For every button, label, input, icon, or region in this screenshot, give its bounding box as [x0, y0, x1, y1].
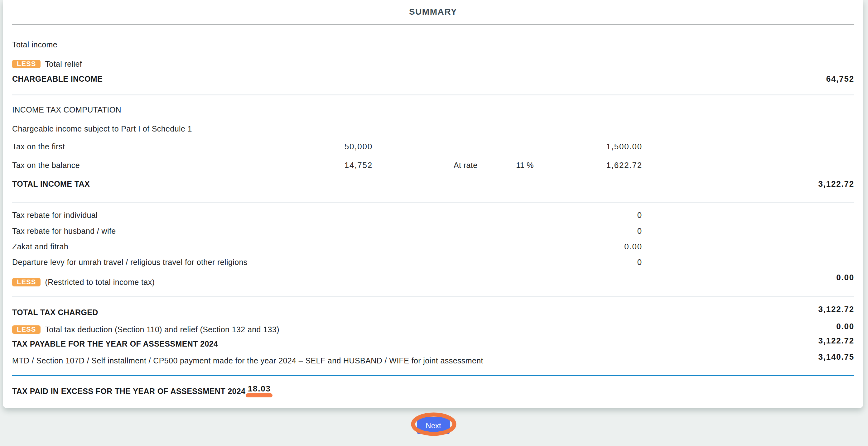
divider — [12, 202, 854, 203]
total-income-tax-value: 3,122.72 — [818, 179, 854, 189]
row-zakat: Zakat and fitrah 0.00 — [12, 242, 854, 251]
row-rebate-husband-wife: Tax rebate for husband / wife 0 — [12, 226, 854, 235]
row-tax-payable: TAX PAYABLE FOR THE YEAR OF ASSESSMENT 2… — [12, 339, 854, 348]
less-badge: LESS — [12, 325, 40, 334]
tax-deduction-value: 0.00 — [836, 322, 854, 331]
total-separator-line — [12, 375, 854, 376]
row-subject: Chargeable income subject to Part I of S… — [12, 124, 854, 133]
row-tax-on-first: Tax on the first 50,000 1,500.00 — [12, 142, 854, 151]
row-section-title: INCOME TAX COMPUTATION — [12, 105, 854, 115]
row-total-income: Total income 73,915 — [12, 40, 854, 49]
total-relief-label: Total relief — [45, 59, 82, 69]
row-tax-on-balance: Tax on the balance 14,752 At rate 11 % 1… — [12, 160, 854, 170]
subject-label: Chargeable income subject to Part I of S… — [12, 124, 192, 133]
row-tax-paid-in-excess: TAX PAID IN EXCESS FOR THE YEAR OF ASSES… — [12, 386, 854, 396]
less-badge: LESS — [12, 60, 40, 68]
row-restricted: LESS (Restricted to total income tax) 0.… — [12, 277, 854, 287]
row-total-income-tax: TOTAL INCOME TAX 3,122.72 — [12, 179, 854, 189]
tax-on-first-amount: 50,000 — [344, 142, 373, 151]
less-badge: LESS — [12, 278, 40, 286]
total-tax-charged-label: TOTAL TAX CHARGED — [12, 308, 98, 317]
tax-paid-in-excess-label: TAX PAID IN EXCESS FOR THE YEAR OF ASSES… — [12, 387, 245, 395]
tax-on-balance-tax: 1,622.72 — [606, 160, 642, 170]
highlight-marker — [246, 393, 273, 397]
row-chargeable-income: CHARGEABLE INCOME 64,752 — [12, 74, 854, 84]
page-title: SUMMARY — [3, 7, 863, 17]
total-income-label: Total income — [12, 40, 57, 49]
chargeable-income-label: CHARGEABLE INCOME — [12, 74, 102, 83]
restricted-value: 0.00 — [836, 273, 854, 282]
rebate-husband-wife-value: 0 — [637, 226, 642, 235]
row-total-relief: LESS Total relief 9,163 — [12, 59, 854, 69]
mtd-payment-label: MTD / Section 107D / Self installment / … — [12, 356, 483, 365]
restricted-label: (Restricted to total income tax) — [45, 277, 155, 287]
total-income-tax-label: TOTAL INCOME TAX — [12, 180, 90, 188]
row-rebate-individual: Tax rebate for individual 0 — [12, 211, 854, 220]
departure-levy-value: 0 — [637, 257, 642, 267]
total-tax-charged-value: 3,122.72 — [818, 305, 854, 314]
tax-on-balance-label: Tax on the balance — [12, 161, 80, 169]
tax-on-balance-amount: 14,752 — [344, 160, 373, 170]
tax-on-first-tax: 1,500.00 — [606, 142, 642, 151]
tax-payable-label: TAX PAYABLE FOR THE YEAR OF ASSESSMENT 2… — [12, 340, 218, 348]
rebate-individual-label: Tax rebate for individual — [12, 211, 98, 219]
rebate-husband-wife-label: Tax rebate for husband / wife — [12, 227, 116, 235]
computation-section-title: INCOME TAX COMPUTATION — [12, 105, 121, 114]
tax-paid-in-excess-value: 18.03 — [248, 384, 271, 394]
rebate-individual-value: 0 — [637, 211, 642, 220]
tax-payable-value: 3,122.72 — [818, 336, 854, 345]
row-tax-deduction: LESS Total tax deduction (Section 110) a… — [12, 325, 854, 334]
next-button[interactable]: Next — [417, 417, 450, 434]
row-mtd-payment: MTD / Section 107D / Self installment / … — [12, 356, 854, 365]
summary-card: SUMMARY Total income 73,915 LESS Total r… — [3, 0, 863, 408]
summary-page: SUMMARY Total income 73,915 LESS Total r… — [0, 0, 868, 446]
row-total-tax-charged: TOTAL TAX CHARGED 3,122.72 — [12, 308, 854, 317]
chargeable-income-value: 64,752 — [826, 74, 854, 84]
divider — [12, 296, 854, 297]
zakat-value: 0.00 — [624, 242, 642, 251]
mtd-payment-value: 3,140.75 — [818, 352, 854, 361]
departure-levy-label: Departure levy for umrah travel / religi… — [12, 258, 248, 266]
tax-deduction-label: Total tax deduction (Section 110) and re… — [45, 325, 279, 334]
divider — [12, 94, 854, 95]
row-departure-levy: Departure levy for umrah travel / religi… — [12, 257, 854, 267]
at-rate-label: At rate — [454, 160, 477, 170]
zakat-label: Zakat and fitrah — [12, 242, 68, 251]
rate-value: 11 % — [516, 160, 534, 170]
divider — [12, 24, 854, 25]
tax-on-first-label: Tax on the first — [12, 142, 65, 151]
